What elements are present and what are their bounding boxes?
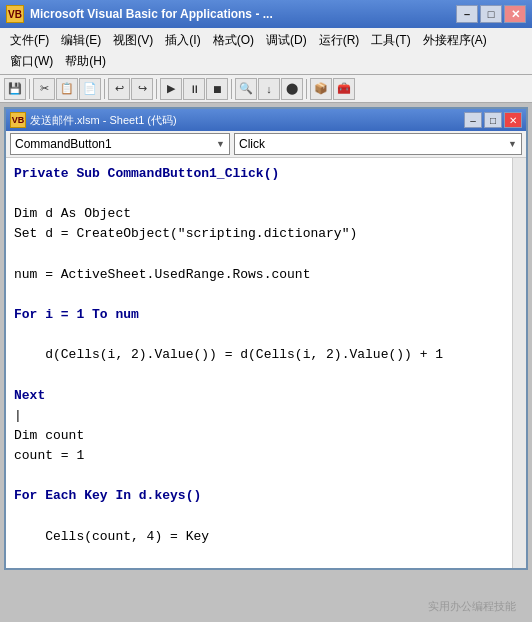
toolbar-sep-3 — [156, 79, 157, 99]
code-line: d(Cells(i, 2).Value()) = d(Cells(i, 2).V… — [14, 345, 502, 365]
code-line: Private Sub CommandButton1_Click() — [14, 164, 502, 184]
code-line — [14, 184, 502, 204]
menu-item-0[interactable]: 文件(F) — [4, 30, 55, 51]
code-line — [14, 466, 502, 486]
menu-item-5[interactable]: 调试(D) — [260, 30, 313, 51]
code-line: num = ActiveSheet.UsedRange.Rows.count — [14, 265, 502, 285]
copy-btn[interactable]: 📋 — [56, 78, 78, 100]
menu-item-2[interactable]: 视图(V) — [107, 30, 159, 51]
sub-window-title: 发送邮件.xlsm - Sheet1 (代码) — [30, 113, 464, 128]
toolbar: 💾 ✂ 📋 📄 ↩ ↪ ▶ ⏸ ⏹ 🔍 ↓ ⬤ 📦 🧰 — [0, 75, 532, 103]
menu-item-9[interactable]: 窗口(W) — [4, 51, 59, 72]
code-line: For Each Key In d.keys() — [14, 486, 502, 506]
paste-btn[interactable]: 📄 — [79, 78, 101, 100]
code-line — [14, 506, 502, 526]
pause-btn[interactable]: ⏸ — [183, 78, 205, 100]
event-dropdown-value: Click — [239, 137, 265, 151]
stop-btn[interactable]: ⏹ — [206, 78, 228, 100]
code-line — [14, 285, 502, 305]
dropdowns-row: CommandButton1 ▼ Click ▼ — [6, 131, 526, 158]
menu-bar: 文件(F)编辑(E)视图(V)插入(I)格式(O)调试(D)运行(R)工具(T)… — [0, 28, 532, 75]
scrollbar[interactable] — [512, 158, 526, 568]
sub-app-icon: VB — [10, 112, 26, 128]
code-line: Dim d As Object — [14, 204, 502, 224]
code-line: Set d = CreateObject("scripting.dictiona… — [14, 224, 502, 244]
code-line — [14, 245, 502, 265]
window-controls: – □ ✕ — [456, 5, 526, 23]
code-line: Cells(count, 4) = Key — [14, 527, 502, 547]
code-line: | — [14, 406, 502, 426]
code-line: Cells(count, 5) = d(Key) — [14, 567, 502, 568]
sub-window: VB 发送邮件.xlsm - Sheet1 (代码) – □ ✕ Command… — [4, 107, 528, 570]
object-dropdown-arrow: ▼ — [212, 139, 225, 149]
code-line — [14, 365, 502, 385]
object-dropdown[interactable]: CommandButton1 ▼ — [10, 133, 230, 155]
sub-maximize-button[interactable]: □ — [484, 112, 502, 128]
code-line: count = 1 — [14, 446, 502, 466]
toolbar-sep-4 — [231, 79, 232, 99]
toolbar-sep-2 — [104, 79, 105, 99]
object-dropdown-value: CommandButton1 — [15, 137, 112, 151]
app-icon: VB — [6, 5, 24, 23]
code-line: Dim count — [14, 426, 502, 446]
sub-close-button[interactable]: ✕ — [504, 112, 522, 128]
watermark: 实用办公编程技能 — [428, 599, 516, 614]
sub-title-bar: VB 发送邮件.xlsm - Sheet1 (代码) – □ ✕ — [6, 109, 526, 131]
code-editor[interactable]: Private Sub CommandButton1_Click() Dim d… — [6, 158, 526, 568]
title-bar: VB Microsoft Visual Basic for Applicatio… — [0, 0, 532, 28]
breakpoint-btn[interactable]: ⬤ — [281, 78, 303, 100]
close-button[interactable]: ✕ — [504, 5, 526, 23]
minimize-button[interactable]: – — [456, 5, 478, 23]
cut-btn[interactable]: ✂ — [33, 78, 55, 100]
event-dropdown[interactable]: Click ▼ — [234, 133, 522, 155]
maximize-button[interactable]: □ — [480, 5, 502, 23]
toolbox-btn[interactable]: 🧰 — [333, 78, 355, 100]
run-btn[interactable]: ▶ — [160, 78, 182, 100]
menu-item-4[interactable]: 格式(O) — [207, 30, 260, 51]
app-title: Microsoft Visual Basic for Applications … — [30, 7, 456, 21]
code-line — [14, 547, 502, 567]
toolbar-sep-1 — [29, 79, 30, 99]
menu-item-10[interactable]: 帮助(H) — [59, 51, 112, 72]
debug-btn[interactable]: 🔍 — [235, 78, 257, 100]
code-line — [14, 325, 502, 345]
redo-btn[interactable]: ↪ — [131, 78, 153, 100]
step-btn[interactable]: ↓ — [258, 78, 280, 100]
menu-item-3[interactable]: 插入(I) — [159, 30, 206, 51]
objectbrowser-btn[interactable]: 📦 — [310, 78, 332, 100]
event-dropdown-arrow: ▼ — [504, 139, 517, 149]
menu-item-6[interactable]: 运行(R) — [313, 30, 366, 51]
sub-minimize-button[interactable]: – — [464, 112, 482, 128]
code-line: For i = 1 To num — [14, 305, 502, 325]
sub-win-controls: – □ ✕ — [464, 112, 522, 128]
menu-item-8[interactable]: 外接程序(A) — [417, 30, 493, 51]
save-btn[interactable]: 💾 — [4, 78, 26, 100]
undo-btn[interactable]: ↩ — [108, 78, 130, 100]
code-line: Next — [14, 386, 502, 406]
toolbar-sep-5 — [306, 79, 307, 99]
menu-item-7[interactable]: 工具(T) — [365, 30, 416, 51]
menu-item-1[interactable]: 编辑(E) — [55, 30, 107, 51]
